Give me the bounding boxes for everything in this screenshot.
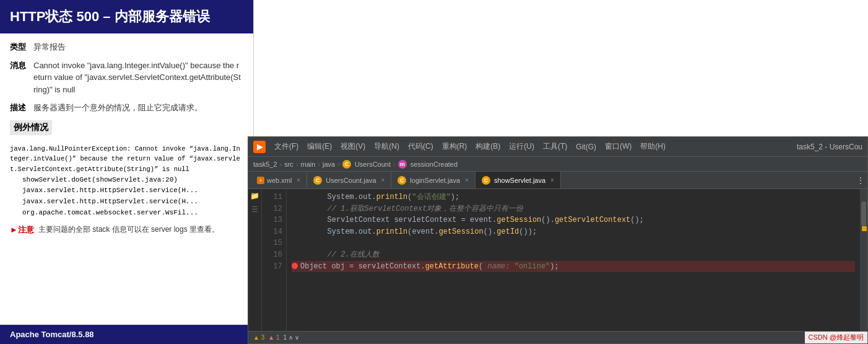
exception-line-5: org.apache.tomcat.websocket.server.WsFil… xyxy=(10,208,243,219)
tab-loginservlet[interactable]: C loginServlet.java × xyxy=(391,172,475,188)
exception-line-3: javax.servlet.http.HttpServlet.service(H… xyxy=(10,185,243,196)
note-value: 主要问题的全部 stack 信息可以在 server logs 里查看。 xyxy=(38,224,219,235)
exception-section-title: 例外情况 xyxy=(10,120,52,135)
ide-code-area: 📁 ☰ 11 12 13 14 15 16 17 System.out.prin… xyxy=(248,189,867,331)
tab-showservlet-label: showServlet.java xyxy=(494,177,545,184)
ide-logo-icon: ▶ xyxy=(257,143,263,151)
line-num-12: 12 xyxy=(266,203,282,215)
server-info: Apache Tomcat/8.5.88 xyxy=(0,325,254,344)
type-label: 类型 xyxy=(10,41,28,53)
tab-userscount[interactable]: C UsersCount.java × xyxy=(307,172,391,188)
menu-git[interactable]: Git(G) xyxy=(576,143,596,151)
line-num-17: 17 xyxy=(266,261,282,273)
tab-userscount-close[interactable]: × xyxy=(381,177,385,183)
scrollbar-thumb[interactable] xyxy=(861,201,866,226)
status-nav: 1 ∧ ∨ xyxy=(284,334,299,341)
watermark: CSDN @烽起黎明 xyxy=(805,332,867,343)
menu-view[interactable]: 视图(V) xyxy=(341,141,365,152)
breadcrumb-sep-5: › xyxy=(393,161,396,168)
tab-webxml-label: web.xml xyxy=(267,177,292,184)
ide-statusbar: ▲ 3 ▲ 1 1 ∧ ∨ xyxy=(248,331,867,343)
menu-build[interactable]: 构建(B) xyxy=(475,141,500,152)
code-line-12: // 1.获取ServletContext对象，在整个容器中只有一份 xyxy=(292,203,855,215)
exception-line-2: showServlet.doGet(showServlet.java:20) xyxy=(10,175,243,186)
exception-line-4: javax.servlet.http.HttpServlet.service(H… xyxy=(10,196,243,208)
description-label: 描述 xyxy=(10,102,28,114)
code-line-13: ServletContext servletContext = event.ge… xyxy=(292,214,855,226)
xml-icon: x xyxy=(257,177,264,184)
breadcrumb-src[interactable]: src xyxy=(284,161,293,168)
ide-logo: ▶ xyxy=(253,141,266,153)
code-content: System.out.println("会话创建"); // 1.获取Servl… xyxy=(287,189,860,331)
line-num-15: 15 xyxy=(266,237,282,249)
method-icon: m xyxy=(398,160,407,169)
menu-run[interactable]: 运行(U) xyxy=(509,141,534,152)
line-num-13: 13 xyxy=(266,214,282,226)
showservlet-class-icon: C xyxy=(482,176,490,185)
ide-panel: ▶ 文件(F) 编辑(E) 视图(V) 导航(N) 代码(C) 重构(R) 构建… xyxy=(248,136,868,344)
project-title: task5_2 - UsersCou xyxy=(797,143,862,151)
menu-window[interactable]: 窗口(W) xyxy=(605,141,631,152)
exception-block: java.lang.NullPointerException: Cannot i… xyxy=(10,144,243,219)
ide-tabs: x web.xml × C UsersCount.java × C loginS… xyxy=(248,172,867,189)
breadcrumb-sep-4: › xyxy=(337,161,340,168)
code-line-15 xyxy=(292,237,855,249)
breadcrumb-task[interactable]: task5_2 xyxy=(253,161,277,168)
debug-breakpoint xyxy=(292,263,298,269)
code-line-14: System.out.println(event.getSession().ge… xyxy=(292,226,855,238)
menu-navigate[interactable]: 导航(N) xyxy=(374,141,399,152)
warning-mark xyxy=(862,226,867,231)
code-line-17: Object obj = servletContext.getAttribute… xyxy=(292,261,855,273)
menu-tools[interactable]: 工具(T) xyxy=(543,141,567,152)
breadcrumb-sep-1: › xyxy=(280,161,282,168)
breadcrumb-sep-3: › xyxy=(318,161,320,168)
menu-code[interactable]: 代码(C) xyxy=(408,141,433,152)
description-value: 服务器遇到一个意外的情况，阻止它完成请求。 xyxy=(33,102,202,114)
tab-webxml[interactable]: x web.xml × xyxy=(251,172,307,188)
userscount-class-icon: C xyxy=(313,176,322,185)
menu-refactor[interactable]: 重构(R) xyxy=(442,141,467,152)
line-num-11: 11 xyxy=(266,192,282,203)
status-errors: ▲ 1 xyxy=(268,334,279,341)
error-title: HTTP状态 500 – 内部服务器错误 xyxy=(0,0,253,33)
tabs-more-icon[interactable]: ⋮ xyxy=(856,175,865,185)
structure-icon[interactable]: ☰ xyxy=(251,205,258,214)
breadcrumb-java[interactable]: java xyxy=(323,161,335,168)
ide-menubar: ▶ 文件(F) 编辑(E) 视图(V) 导航(N) 代码(C) 重构(R) 构建… xyxy=(248,137,867,157)
code-line-16: // 2.在线人数 xyxy=(292,249,855,261)
scrollbar-right[interactable] xyxy=(860,189,867,331)
status-warnings: ▲ 3 xyxy=(253,334,264,341)
exception-line-1: java.lang.NullPointerException: Cannot i… xyxy=(10,144,243,175)
tab-webxml-close[interactable]: × xyxy=(297,177,300,183)
line-num-14: 14 xyxy=(266,226,282,238)
tab-loginservlet-label: loginServlet.java xyxy=(410,177,460,184)
note-label: ►注意 xyxy=(10,224,35,236)
breadcrumb-class[interactable]: UsersCount xyxy=(355,161,391,168)
breadcrumb-main[interactable]: main xyxy=(301,161,316,168)
note-row: ►注意 主要问题的全部 stack 信息可以在 server logs 里查看。 xyxy=(10,224,243,236)
loginservlet-class-icon: C xyxy=(397,176,406,185)
tab-showservlet-close[interactable]: × xyxy=(550,177,554,183)
class-icon: C xyxy=(342,160,351,169)
breadcrumb-method[interactable]: sessionCreated xyxy=(410,161,458,168)
tab-userscount-label: UsersCount.java xyxy=(326,177,376,184)
type-value: 异常报告 xyxy=(33,41,66,53)
line-numbers: 11 12 13 14 15 16 17 xyxy=(262,189,287,331)
menu-edit[interactable]: 编辑(E) xyxy=(307,141,332,152)
menu-file[interactable]: 文件(F) xyxy=(274,141,298,152)
breadcrumb-sep-2: › xyxy=(296,161,298,168)
project-icon[interactable]: 📁 xyxy=(250,192,259,200)
code-line-11: System.out.println("会话创建"); xyxy=(292,192,855,203)
error-body: 类型 异常报告 消息 Cannot invoke "java.lang.Inte… xyxy=(0,33,253,243)
tab-showservlet[interactable]: C showServlet.java × xyxy=(475,172,561,188)
message-label: 消息 xyxy=(10,60,28,96)
ide-breadcrumb: task5_2 › src › main › java › C UsersCou… xyxy=(248,157,867,172)
line-num-16: 16 xyxy=(266,249,282,261)
error-panel: HTTP状态 500 – 内部服务器错误 类型 异常报告 消息 Cannot i… xyxy=(0,0,254,344)
description-row: 描述 服务器遇到一个意外的情况，阻止它完成请求。 xyxy=(10,102,243,114)
message-row: 消息 Cannot invoke "java.lang.Integer.intV… xyxy=(10,60,243,96)
message-value: Cannot invoke "java.lang.Integer.intValu… xyxy=(33,60,243,96)
menu-help[interactable]: 帮助(H) xyxy=(640,141,666,152)
type-row: 类型 异常报告 xyxy=(10,41,243,53)
tab-loginservlet-close[interactable]: × xyxy=(465,177,469,183)
